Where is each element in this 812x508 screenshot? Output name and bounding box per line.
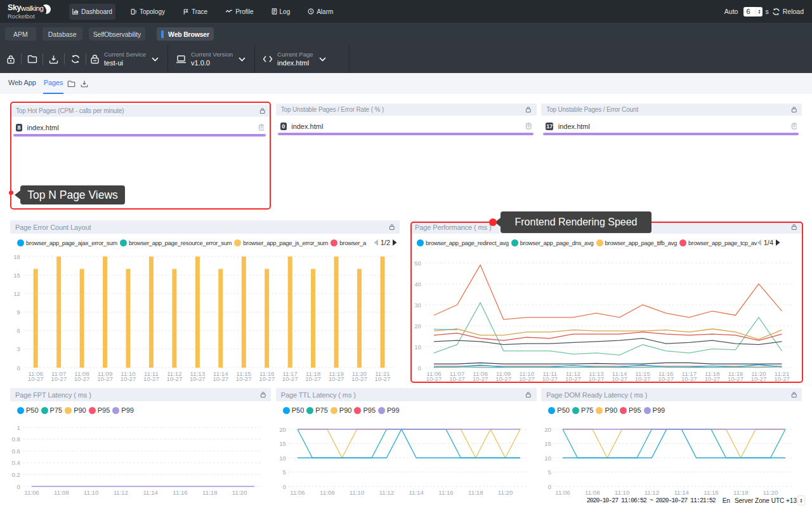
svg-text:10-27: 10-27 (121, 375, 136, 382)
svg-text:11:06: 11:06 (556, 489, 571, 496)
svg-text:11:08: 11:08 (320, 489, 335, 496)
svg-text:15: 15 (545, 440, 552, 447)
svg-text:10-27: 10-27 (259, 375, 275, 382)
svg-text:11:10: 11:10 (84, 489, 99, 496)
svg-text:11:20: 11:20 (232, 489, 247, 496)
svg-text:10: 10 (545, 455, 552, 462)
svg-text:10-27: 10-27 (143, 375, 159, 382)
svg-text:9: 9 (17, 309, 20, 316)
svg-text:10-27: 10-27 (74, 375, 90, 382)
svg-text:15: 15 (13, 271, 20, 278)
svg-text:0.6: 0.6 (12, 448, 20, 455)
svg-text:10-27: 10-27 (167, 375, 183, 382)
svg-text:3: 3 (17, 345, 20, 352)
svg-text:11:12: 11:12 (114, 489, 129, 496)
svg-text:0.8: 0.8 (12, 436, 20, 443)
svg-text:1: 1 (17, 424, 20, 431)
svg-text:10-27: 10-27 (213, 375, 228, 382)
svg-text:10-27: 10-27 (305, 375, 321, 382)
svg-text:0: 0 (17, 364, 21, 371)
svg-text:10-27: 10-27 (282, 375, 298, 382)
svg-text:0: 0 (548, 483, 552, 490)
svg-text:20: 20 (279, 426, 286, 433)
svg-text:20: 20 (545, 426, 552, 433)
svg-text:12: 12 (13, 290, 20, 297)
svg-text:11:16: 11:16 (438, 489, 454, 496)
svg-text:11:06: 11:06 (24, 489, 39, 496)
svg-text:10-27: 10-27 (329, 375, 344, 382)
svg-text:11:10: 11:10 (350, 489, 365, 496)
svg-text:15: 15 (279, 440, 286, 447)
svg-text:11:14: 11:14 (409, 489, 424, 496)
svg-text:11:14: 11:14 (143, 489, 158, 496)
svg-text:5: 5 (282, 469, 285, 476)
svg-text:10-27: 10-27 (97, 375, 113, 382)
svg-text:0: 0 (17, 483, 21, 490)
svg-text:11:06: 11:06 (290, 489, 305, 496)
svg-text:18: 18 (13, 255, 20, 260)
svg-text:10-27: 10-27 (51, 375, 67, 382)
svg-text:10-27: 10-27 (190, 375, 206, 382)
svg-text:10-27: 10-27 (28, 375, 44, 382)
svg-text:11:12: 11:12 (379, 489, 394, 496)
svg-text:0: 0 (282, 483, 286, 490)
svg-text:11:08: 11:08 (54, 489, 69, 496)
svg-text:0.4: 0.4 (12, 459, 21, 466)
svg-text:11:18: 11:18 (202, 489, 218, 496)
svg-text:10-27: 10-27 (236, 375, 252, 382)
svg-text:6: 6 (17, 327, 20, 334)
svg-text:11:20: 11:20 (498, 489, 513, 496)
svg-text:10-27: 10-27 (375, 375, 391, 382)
svg-text:10: 10 (279, 455, 286, 462)
svg-text:11:16: 11:16 (173, 489, 188, 496)
svg-text:11:18: 11:18 (468, 489, 483, 496)
svg-text:10-27: 10-27 (351, 375, 367, 382)
svg-text:5: 5 (548, 469, 551, 476)
svg-text:0.2: 0.2 (12, 471, 20, 478)
